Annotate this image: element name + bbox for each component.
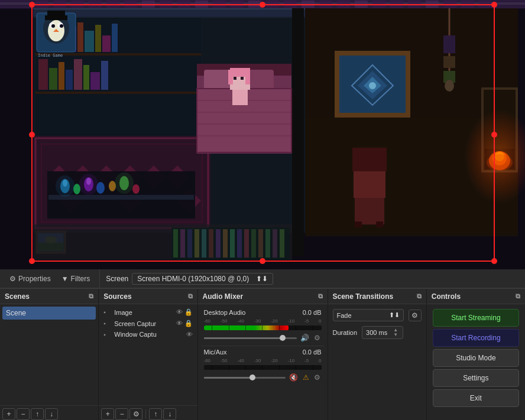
controls-maximize-icon[interactable]: ⧉ — [516, 292, 520, 300]
svg-point-158 — [60, 24, 63, 28]
duration-input[interactable]: 300 ms ▲ ▼ — [362, 326, 403, 339]
game-scene-svg: Indie Game — [0, 0, 525, 269]
sources-up-button[interactable]: ↑ — [149, 408, 162, 420]
scenes-bottom-toolbar: + − ↑ ↓ — [0, 405, 98, 420]
scenes-maximize-icon[interactable]: ⧉ — [89, 292, 93, 300]
sources-remove-button[interactable]: − — [115, 408, 128, 420]
source-item-image[interactable]: ▪ Image 👁 🔒 — [101, 307, 195, 318]
screen-dropdown-chevron: ⬆⬇ — [256, 275, 268, 283]
mic-volume-slider[interactable] — [204, 377, 286, 379]
scenes-down-button[interactable]: ↓ — [45, 408, 58, 420]
svg-rect-55 — [95, 25, 101, 52]
desktop-volume-slider[interactable] — [204, 337, 297, 339]
screen-label: Screen — [106, 275, 128, 283]
svg-rect-139 — [202, 229, 206, 258]
desktop-audio-settings-btn[interactable]: ⚙ — [313, 333, 322, 343]
duration-down-btn[interactable]: ▼ — [392, 333, 399, 337]
properties-button[interactable]: ⚙ Properties — [6, 273, 54, 285]
sources-down-button[interactable]: ↓ — [163, 408, 176, 420]
svg-point-78 — [56, 175, 74, 197]
start-recording-label: Start Recording — [451, 334, 500, 342]
svg-rect-66 — [101, 61, 108, 90]
transition-select[interactable]: Fade ⬆⬇ — [333, 309, 404, 321]
audio-mixer-content: Desktop Audio 0.0 dB -60 -50 -40 -30 -20… — [198, 304, 328, 420]
transition-value: Fade — [337, 312, 352, 319]
source-window-eye[interactable]: 👁 — [186, 331, 193, 338]
exit-button[interactable]: Exit — [433, 389, 519, 407]
svg-rect-126 — [241, 77, 244, 80]
transition-chevron: ⬆⬇ — [389, 311, 400, 319]
source-image-lock[interactable]: 🔒 — [184, 308, 193, 316]
scene-name: Scene — [6, 309, 26, 317]
svg-rect-143 — [230, 229, 235, 258]
svg-rect-148 — [265, 229, 270, 258]
audio-mixer-header-icons: ⧉ — [318, 292, 323, 300]
source-item-screencap[interactable]: ▪ Screen Captur 👁 🔒 — [101, 318, 195, 329]
svg-rect-57 — [112, 24, 118, 52]
source-screen-lock[interactable]: 🔒 — [184, 320, 193, 327]
svg-rect-101 — [354, 168, 385, 198]
screen-dropdown[interactable]: Screen HDMI-0 (1920x1080 @ 0,0) ⬆⬇ — [132, 273, 273, 285]
source-image-eye[interactable]: 👁 — [176, 308, 183, 316]
mic-audio-meter — [204, 365, 322, 370]
sources-header-icons: ⧉ — [188, 292, 193, 300]
scene-item-scene[interactable]: Scene — [2, 307, 96, 320]
source-window-actions: 👁 — [186, 331, 193, 338]
mic-audio-settings-btn[interactable]: ⚙ — [313, 372, 322, 383]
svg-rect-60 — [49, 68, 57, 90]
settings-button[interactable]: Settings — [433, 369, 519, 387]
scenes-up-button[interactable]: ↑ — [31, 408, 44, 420]
sources-list: ▪ Image 👁 🔒 ▪ Screen Captur 👁 🔒 — [99, 304, 197, 405]
svg-point-80 — [115, 172, 134, 194]
source-image-actions: 👁 🔒 — [176, 308, 193, 316]
svg-rect-147 — [258, 229, 263, 258]
sources-maximize-icon[interactable]: ⧉ — [188, 292, 193, 300]
source-screen-eye[interactable]: 👁 — [176, 320, 183, 327]
start-streaming-button[interactable]: Start Streaming — [433, 309, 519, 327]
svg-rect-106 — [443, 35, 455, 53]
svg-rect-65 — [90, 72, 100, 90]
scenes-header-icons: ⧉ — [89, 292, 93, 300]
duration-row: Duration 300 ms ▲ ▼ — [328, 324, 426, 341]
scene-transitions-title: Scene Transitions — [333, 292, 394, 301]
duration-spinner: ▲ ▼ — [392, 328, 399, 337]
controls-panel: Controls ⧉ Start Streaming Start Recordi… — [427, 289, 525, 420]
studio-mode-label: Studio Mode — [456, 354, 495, 362]
mic-audio-alert-btn[interactable]: ⚠ — [302, 372, 310, 383]
filters-icon: ▼ — [61, 275, 69, 283]
svg-rect-32 — [33, 8, 305, 9]
start-recording-button[interactable]: Start Recording — [433, 329, 519, 347]
svg-rect-142 — [223, 229, 228, 258]
audio-track-desktop: Desktop Audio 0.0 dB -60 -50 -40 -30 -20… — [202, 307, 324, 346]
svg-rect-135 — [173, 229, 178, 258]
screen-value: Screen HDMI-0 (1920x1080 @ 0,0) — [137, 275, 249, 283]
svg-rect-150 — [280, 229, 284, 258]
studio-mode-button[interactable]: Studio Mode — [433, 349, 519, 367]
scenes-list: Scene — [0, 304, 98, 405]
scenes-remove-button[interactable]: − — [17, 408, 30, 420]
svg-point-109 — [445, 80, 454, 92]
audio-mixer-maximize-icon[interactable]: ⧉ — [318, 292, 323, 300]
sources-settings-button[interactable]: ⚙ — [129, 408, 142, 420]
svg-rect-138 — [195, 229, 199, 258]
svg-rect-144 — [237, 229, 242, 258]
source-item-window[interactable]: ▪ Window Captu 👁 — [101, 329, 195, 340]
sources-panel: Sources ⧉ ▪ Image 👁 🔒 ▪ Screen Captur — [99, 289, 197, 420]
mic-volume-fill — [204, 377, 253, 379]
controls-content: Start Streaming Start Recording Studio M… — [427, 304, 525, 420]
controls-title: Controls — [432, 292, 461, 301]
svg-rect-161 — [47, 11, 65, 18]
desktop-volume-thumb — [280, 335, 286, 341]
mic-meter-labels: -60 -50 -40 -30 -20 -10 -5 0 — [204, 358, 322, 363]
scenes-title: Scenes — [5, 292, 30, 301]
scenes-add-button[interactable]: + — [2, 408, 15, 420]
sources-add-button[interactable]: + — [101, 408, 114, 420]
screen-selector: Screen Screen HDMI-0 (1920x1080 @ 0,0) ⬆… — [100, 273, 525, 285]
transitions-maximize-icon[interactable]: ⧉ — [417, 292, 422, 300]
transition-settings-btn[interactable]: ⚙ — [409, 310, 422, 321]
svg-rect-63 — [74, 59, 82, 90]
mic-audio-mute-btn[interactable]: 🔇 — [288, 372, 299, 383]
filters-button[interactable]: ▼ Filters — [58, 273, 94, 285]
svg-rect-123 — [228, 70, 233, 84]
desktop-audio-mute-btn[interactable]: 🔊 — [299, 333, 310, 343]
